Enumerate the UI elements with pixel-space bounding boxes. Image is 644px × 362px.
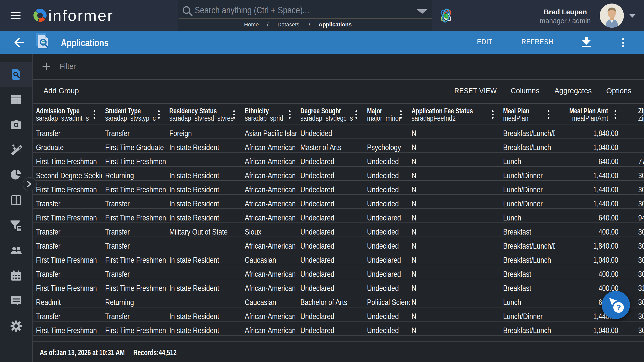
svg-text:?: ? [616, 303, 621, 312]
